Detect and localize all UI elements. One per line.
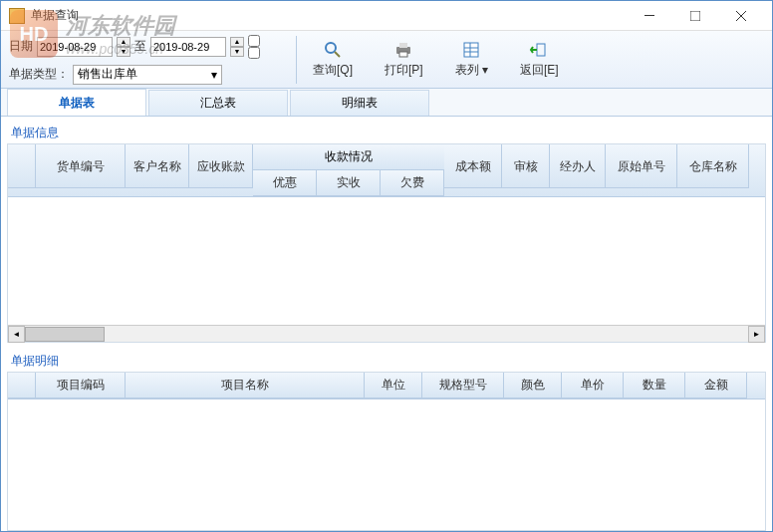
app-icon (9, 8, 25, 24)
col-qty[interactable]: 数量 (624, 373, 685, 399)
scroll-right-button[interactable]: ► (748, 326, 765, 343)
printer-icon (393, 40, 413, 60)
grid1-header: 货单编号 客户名称 应收账款 收款情况 优惠 实收 欠费 成本额 审核 经办人 (8, 144, 765, 197)
scroll-left-button[interactable]: ◄ (8, 326, 25, 343)
tab-detail[interactable]: 明细表 (290, 90, 429, 116)
col-warehouse[interactable]: 仓库名称 (677, 144, 749, 188)
toolbar-separator (296, 36, 297, 84)
svg-rect-9 (464, 43, 478, 57)
col-discount[interactable]: 优惠 (253, 170, 317, 196)
col-arrears[interactable]: 欠费 (381, 170, 444, 196)
search-icon (323, 40, 343, 60)
svg-rect-13 (537, 44, 545, 56)
col-receivable[interactable]: 应收账款 (189, 144, 253, 188)
date-check-2[interactable] (248, 47, 260, 59)
grid2-body[interactable] (8, 399, 765, 530)
tab-bills[interactable]: 单据表 (7, 89, 146, 116)
back-button[interactable]: 返回[E] (516, 38, 563, 81)
col-amount[interactable]: 金额 (685, 373, 747, 399)
col-spec[interactable]: 规格型号 (422, 373, 504, 399)
minimize-button[interactable] (627, 2, 672, 30)
maximize-button[interactable] (672, 2, 718, 30)
query-label: 查询[Q] (313, 62, 353, 79)
col-name[interactable]: 项目名称 (126, 373, 365, 399)
svg-rect-7 (399, 43, 407, 48)
date-to-input[interactable] (150, 37, 226, 57)
col-audit[interactable]: 审核 (502, 144, 550, 188)
date-check-1[interactable] (248, 35, 260, 47)
toolbar: 日期 ▲ ▼ 至 ▲ ▼ 单据类型： 销售出库单 ▾ (1, 31, 772, 89)
grid2-header: 项目编码 项目名称 单位 规格型号 颜色 单价 数量 金额 (8, 373, 765, 399)
grid1-body[interactable] (8, 197, 765, 325)
col-collection-group[interactable]: 收款情况 (253, 144, 444, 170)
col-customer[interactable]: 客户名称 (126, 144, 189, 188)
col-cost[interactable]: 成本额 (444, 144, 502, 188)
svg-rect-8 (399, 52, 407, 57)
svg-rect-0 (644, 15, 654, 16)
date-from-down[interactable]: ▼ (117, 47, 130, 57)
panel-bill-info: 单据信息 货单编号 客户名称 应收账款 收款情况 优惠 实收 欠费 (7, 123, 766, 343)
tab-bar: 单据表 汇总表 明细表 (1, 89, 772, 117)
col-color[interactable]: 颜色 (504, 373, 562, 399)
col-orig-no[interactable]: 原始单号 (606, 144, 677, 188)
query-button[interactable]: 查询[Q] (309, 38, 357, 81)
back-icon (529, 40, 549, 60)
print-label: 打印[P] (385, 62, 423, 79)
scroll-thumb[interactable] (25, 327, 105, 342)
list-label: 表列 ▾ (455, 62, 488, 79)
type-combo[interactable]: 销售出库单 ▾ (73, 65, 222, 85)
tab-summary[interactable]: 汇总表 (148, 90, 288, 116)
date-from-up[interactable]: ▲ (117, 37, 130, 47)
svg-rect-1 (690, 11, 700, 21)
titlebar: 单据查询 (1, 1, 772, 31)
col-unit[interactable]: 单位 (365, 373, 422, 399)
col-price[interactable]: 单价 (562, 373, 624, 399)
close-button[interactable] (718, 2, 764, 30)
type-combo-value: 销售出库单 (78, 66, 137, 83)
panel2-title: 单据明细 (7, 351, 766, 372)
print-button[interactable]: 打印[P] (381, 38, 427, 81)
date-from-input[interactable] (37, 37, 113, 57)
col-code[interactable]: 项目编码 (36, 373, 126, 399)
svg-point-4 (326, 43, 336, 53)
window-title: 单据查询 (31, 7, 627, 24)
chevron-down-icon: ▾ (211, 68, 217, 82)
date-label: 日期 (9, 38, 33, 55)
date-to-label: 至 (134, 38, 146, 55)
svg-line-5 (335, 52, 340, 57)
date-to-up[interactable]: ▲ (230, 37, 244, 47)
col-handler[interactable]: 经办人 (550, 144, 606, 188)
col-bill-no[interactable]: 货单编号 (36, 144, 126, 188)
type-label: 单据类型： (9, 66, 69, 83)
grid1-hscroll[interactable]: ◄ ► (8, 325, 765, 342)
list-icon (461, 40, 481, 60)
panel-bill-detail: 单据明细 项目编码 项目名称 单位 规格型号 颜色 单价 数量 金额 (7, 351, 766, 531)
panel1-title: 单据信息 (7, 123, 766, 143)
list-button[interactable]: 表列 ▾ (451, 38, 492, 81)
back-label: 返回[E] (520, 62, 559, 79)
col-received[interactable]: 实收 (317, 170, 381, 196)
date-to-down[interactable]: ▼ (230, 47, 244, 57)
